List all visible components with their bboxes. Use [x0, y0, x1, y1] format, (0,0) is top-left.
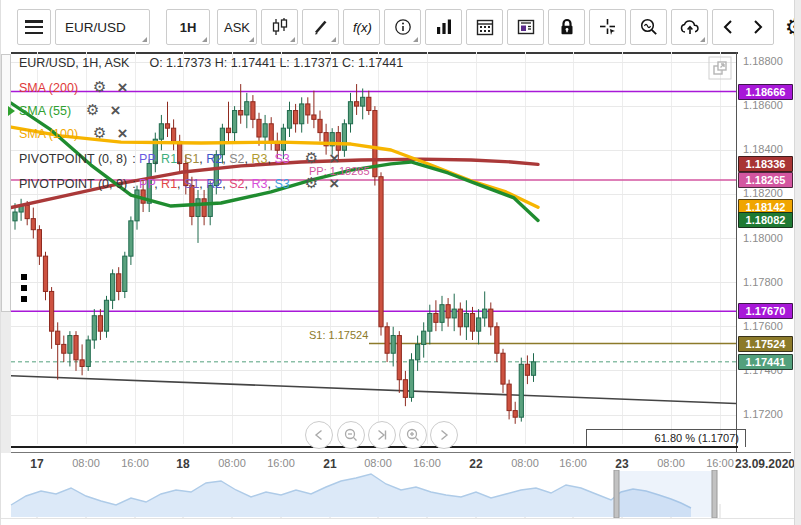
candlestick-chart[interactable]	[11, 52, 791, 452]
cloud-save-button[interactable]	[671, 9, 708, 45]
window-right-edge	[794, 0, 801, 525]
symbol-dropdown[interactable]: EUR/USD	[55, 9, 150, 45]
pivot-token-s3: S3	[274, 177, 289, 191]
pivot-token-s3: S3	[274, 152, 289, 166]
time-axis-label: 16:00	[706, 457, 734, 469]
zoom-in-button[interactable]	[399, 421, 427, 449]
scroll-left-button[interactable]	[713, 19, 743, 35]
chevron-down-icon	[249, 37, 254, 42]
sma200-label: SMA (200)	[19, 81, 78, 95]
gear-icon[interactable]: ⚙	[305, 176, 318, 191]
pivot-token-r2: R2	[206, 177, 222, 191]
arrow-right-icon	[436, 427, 452, 443]
pivot-token-r3: R3	[251, 152, 267, 166]
navigator-handle[interactable]	[712, 470, 717, 518]
time-axis-label: 16:00	[559, 457, 587, 469]
lock-icon	[557, 17, 577, 37]
crosshair-button[interactable]	[589, 9, 626, 45]
close-icon[interactable]: ×	[118, 79, 128, 96]
symbol-label: EUR/USD	[65, 20, 126, 35]
pivot2-label: PIVOTPOINT (0, 9)	[19, 177, 127, 191]
calendar-icon	[475, 17, 495, 37]
legend-row-pivot1: PIVOTPOINT (0, 8) : PP, R1, S1, R2, S2, …	[19, 150, 339, 167]
time-axis-label: 08:00	[72, 457, 100, 469]
pivot-token-r2: R2	[206, 152, 222, 166]
chevron-down-icon	[331, 37, 336, 42]
chevron-down-icon	[142, 37, 147, 42]
time-axis-label: 17	[30, 457, 43, 471]
gear-icon[interactable]: ⚙	[93, 80, 106, 95]
chart-title: EUR/USD, 1H, ASK	[19, 56, 129, 70]
calendar-button[interactable]	[466, 9, 503, 45]
sma55-label: SMA (55)	[19, 104, 71, 118]
cloud-upload-icon	[679, 17, 701, 37]
legend-row-pivot2: PIVOTPOINT (0, 9) : PP, R1, S1, R2, S2, …	[19, 175, 339, 192]
gear-icon[interactable]: ⚙	[93, 126, 106, 141]
step-forward-button[interactable]	[430, 421, 458, 449]
function-icon: f(x)	[350, 17, 374, 37]
step-back-button[interactable]	[305, 421, 333, 449]
time-axis-label: 21	[323, 457, 336, 471]
legend-row-sma55: SMA (55) ⚙ ×	[19, 102, 121, 119]
zoom-out-button[interactable]	[337, 421, 365, 449]
time-axis-label: 18	[176, 457, 189, 471]
navigator-handle[interactable]	[614, 470, 619, 518]
svg-text:f(x): f(x)	[353, 20, 372, 35]
gear-icon[interactable]: ⚙	[305, 151, 318, 166]
time-axis-label: 16:00	[413, 457, 441, 469]
time-axis-label: 08:00	[511, 457, 539, 469]
pivot-token-s1: S1	[184, 177, 199, 191]
crosshair-icon	[598, 17, 618, 37]
close-icon[interactable]: ×	[111, 102, 121, 119]
pivot2-tokens: : PP, R1, S1, R2, S2, R3, S3	[132, 177, 290, 191]
lock-button[interactable]	[548, 9, 585, 45]
time-axis-label: 23	[615, 457, 628, 471]
expand-chart-button[interactable]	[707, 55, 733, 81]
timeframe-dropdown[interactable]: 1H	[166, 9, 210, 45]
chart-style-button[interactable]	[261, 9, 298, 45]
scroll-right-button[interactable]	[743, 19, 773, 35]
pivot-token-s2: S2	[229, 152, 244, 166]
close-icon[interactable]: ×	[118, 125, 128, 142]
gear-icon[interactable]: ⚙	[86, 103, 99, 118]
price-type-dropdown[interactable]: ASK	[217, 9, 257, 45]
magnifier-minus-icon	[343, 427, 359, 443]
fib-retracement-label: 61.80 % (1.1707)	[586, 429, 746, 447]
sma100-label: SMA (100)	[19, 127, 78, 141]
news-button[interactable]	[507, 9, 544, 45]
go-to-end-button[interactable]	[368, 421, 396, 449]
draw-pencil-icon	[311, 17, 331, 37]
pivot-token-s1: S1	[184, 152, 199, 166]
menu-button[interactable]	[17, 9, 51, 45]
arrow-left-icon	[311, 427, 327, 443]
legend-row-sma100: SMA (100) ⚙ ×	[19, 125, 127, 142]
chevron-down-icon	[290, 37, 295, 42]
pivot-token-r1: R1	[161, 152, 177, 166]
pivot-token-s2: S2	[229, 177, 244, 191]
pivot1-label: PIVOTPOINT (0, 8)	[19, 152, 127, 166]
zoom-button[interactable]	[630, 9, 667, 45]
chevron-down-icon	[700, 37, 705, 42]
zoom-search-icon	[639, 17, 659, 37]
pivot-token-pp: PP	[139, 152, 154, 166]
menu-icon	[25, 20, 43, 34]
time-axis-label: 16:00	[267, 457, 295, 469]
legend-row-sma200: SMA (200) ⚙ ×	[19, 79, 127, 96]
close-icon[interactable]: ×	[329, 150, 339, 167]
draw-button[interactable]	[302, 9, 339, 45]
pivot1-tokens: : PP, R1, S1, R2, S2, R3, S3	[132, 152, 290, 166]
chevron-right-icon	[751, 19, 765, 35]
indicators-button[interactable]: f(x)	[343, 9, 380, 45]
close-icon[interactable]: ×	[329, 175, 339, 192]
info-icon	[393, 17, 413, 37]
statistics-button[interactable]	[425, 9, 462, 45]
chart-navigator[interactable]	[1, 470, 796, 520]
info-button[interactable]	[384, 9, 421, 45]
timeframe-label: 1H	[180, 20, 197, 35]
scroll-buttons	[712, 9, 774, 45]
magnifier-plus-icon	[405, 427, 421, 443]
toolbar: EUR/USD 1H ASK f(x)	[1, 8, 796, 46]
left-scrollbar-thumb[interactable]	[1, 54, 11, 312]
ohlc-values: O: 1.17373 H: 1.17441 L: 1.17371 C: 1.17…	[149, 56, 403, 70]
bar-stats-icon	[434, 17, 454, 37]
